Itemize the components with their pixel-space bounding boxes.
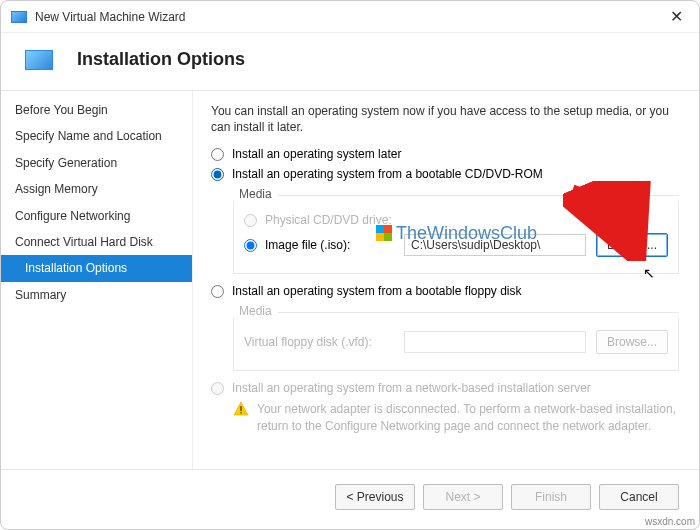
next-button: Next > [423, 484, 503, 510]
wizard-header: Installation Options [1, 33, 699, 91]
sidebar-item-before-you-begin[interactable]: Before You Begin [1, 97, 192, 123]
page-title: Installation Options [77, 49, 245, 70]
label-image-file: Image file (.iso): [265, 238, 350, 252]
label-physical-drive: Physical CD/DVD drive: [265, 213, 392, 227]
sidebar-item-summary[interactable]: Summary [1, 282, 192, 308]
svg-rect-1 [240, 406, 241, 411]
label-install-later: Install an operating system later [232, 147, 401, 161]
radio-image-file[interactable] [244, 239, 257, 252]
radio-install-network [211, 382, 224, 395]
option-install-cd[interactable]: Install an operating system from a boota… [211, 167, 679, 181]
row-image-file: Image file (.iso): Browse... [244, 233, 668, 257]
network-warning: Your network adapter is disconnected. To… [233, 401, 679, 433]
previous-button[interactable]: < Previous [335, 484, 415, 510]
titlebar: New Virtual Machine Wizard ✕ [1, 1, 699, 33]
finish-button: Finish [511, 484, 591, 510]
intro-text: You can install an operating system now … [211, 103, 679, 135]
warning-icon [233, 401, 249, 417]
sidebar-item-connect-vhd[interactable]: Connect Virtual Hard Disk [1, 229, 192, 255]
wizard-sidebar: Before You Begin Specify Name and Locati… [1, 91, 193, 469]
group-floppy-title: Media [233, 304, 278, 318]
radio-install-cd[interactable] [211, 168, 224, 181]
browse-vfd-button: Browse... [596, 330, 668, 354]
option-install-network: Install an operating system from a netwo… [211, 381, 679, 395]
radio-install-floppy[interactable] [211, 285, 224, 298]
browse-iso-button[interactable]: Browse... [596, 233, 668, 257]
close-icon[interactable]: ✕ [664, 7, 689, 26]
cancel-button[interactable]: Cancel [599, 484, 679, 510]
label-install-network: Install an operating system from a netwo… [232, 381, 591, 395]
wizard-footer: < Previous Next > Finish Cancel [1, 469, 699, 524]
window-title: New Virtual Machine Wizard [35, 10, 186, 24]
option-install-later[interactable]: Install an operating system later [211, 147, 679, 161]
row-vfd: Virtual floppy disk (.vfd): Browse... [244, 330, 668, 354]
sidebar-item-assign-memory[interactable]: Assign Memory [1, 176, 192, 202]
option-install-floppy[interactable]: Install an operating system from a boota… [211, 284, 679, 298]
sidebar-item-configure-networking[interactable]: Configure Networking [1, 203, 192, 229]
main-area: Before You Begin Specify Name and Locati… [1, 91, 699, 469]
monitor-icon [25, 50, 53, 70]
label-vfd: Virtual floppy disk (.vfd): [244, 335, 372, 349]
content-pane: You can install an operating system now … [193, 91, 699, 469]
group-floppy-media: Media Virtual floppy disk (.vfd): Browse… [233, 304, 679, 371]
group-cd-media: Media Physical CD/DVD drive: Image file … [233, 187, 679, 274]
image-credit: wsxdn.com [645, 516, 695, 527]
sidebar-item-specify-name[interactable]: Specify Name and Location [1, 123, 192, 149]
group-cd-title: Media [233, 187, 278, 201]
svg-rect-2 [240, 412, 241, 413]
radio-install-later[interactable] [211, 148, 224, 161]
sidebar-item-specify-generation[interactable]: Specify Generation [1, 150, 192, 176]
sidebar-item-installation-options[interactable]: Installation Options [1, 255, 192, 281]
label-install-cd: Install an operating system from a boota… [232, 167, 543, 181]
radio-physical-drive [244, 214, 257, 227]
input-vfd-path [404, 331, 586, 353]
label-install-floppy: Install an operating system from a boota… [232, 284, 522, 298]
input-iso-path[interactable] [404, 234, 586, 256]
app-icon [11, 11, 27, 23]
network-warning-text: Your network adapter is disconnected. To… [257, 401, 679, 433]
row-physical-drive: Physical CD/DVD drive: [244, 213, 668, 227]
